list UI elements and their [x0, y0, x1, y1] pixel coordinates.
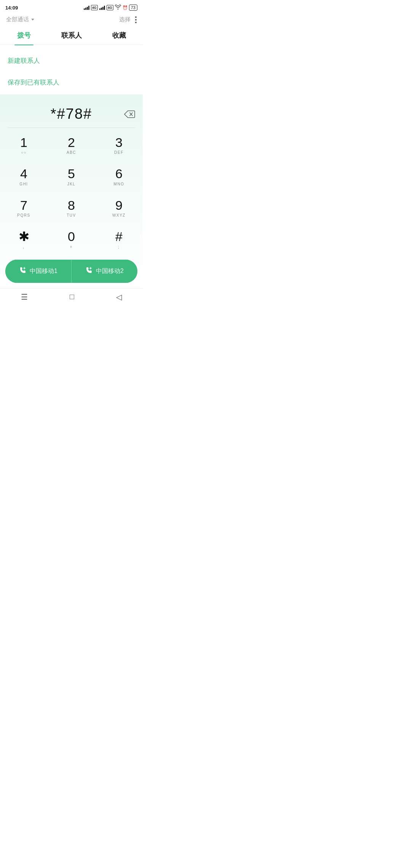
filter-label: 全部通话 [6, 16, 29, 23]
chevron-down-icon [31, 19, 34, 21]
dot1 [135, 16, 137, 18]
dot2 [135, 19, 137, 21]
key-4[interactable]: 4 GHI [0, 161, 48, 193]
dialpad-section: *#78# 1 ○○ 2 ABC 3 DEF 4 GHI [0, 94, 143, 283]
signal-bars-2 [99, 5, 105, 10]
key-7[interactable]: 7 PQRS [0, 193, 48, 224]
nav-menu-icon[interactable]: ☰ [21, 292, 28, 302]
key-0[interactable]: 0 + [48, 224, 95, 255]
more-menu-button[interactable] [135, 16, 137, 23]
tab-dialpad[interactable]: 拨号 [0, 26, 48, 45]
new-contact-button[interactable]: 新建联系人 [8, 53, 135, 69]
key-hash[interactable]: # ; [95, 224, 143, 255]
call-sim1-button[interactable]: 中国移动1 [5, 260, 72, 283]
key-2[interactable]: 2 ABC [48, 130, 95, 161]
key-9[interactable]: 9 WXYZ [95, 193, 143, 224]
filter-dropdown[interactable]: 全部通话 [6, 16, 34, 23]
nav-home-icon[interactable]: □ [70, 292, 74, 301]
key-star[interactable]: ✱ , [0, 224, 48, 255]
number-display: *#78# [0, 102, 143, 128]
key-1[interactable]: 1 ○○ [0, 130, 48, 161]
key-8[interactable]: 8 TUV [48, 193, 95, 224]
battery-indicator: 73 [129, 5, 137, 11]
call-sim2-icon [85, 266, 93, 276]
header-actions: 选择 [119, 16, 137, 23]
key-6[interactable]: 6 MNO [95, 161, 143, 193]
tabs: 拨号 联系人 收藏 [0, 26, 143, 45]
content-area: 新建联系人 保存到已有联系人 [0, 45, 143, 94]
lte-badge-2: 4G [107, 5, 113, 11]
backspace-button[interactable] [124, 110, 135, 118]
key-5[interactable]: 5 JKL [48, 161, 95, 193]
battery-container: ⏰ 73 [123, 5, 137, 11]
tab-contacts[interactable]: 联系人 [48, 26, 95, 45]
header-bar: 全部通话 选择 [0, 14, 143, 26]
select-button[interactable]: 选择 [119, 16, 131, 23]
alarm-icon: ⏰ [123, 5, 128, 10]
tab-favorites[interactable]: 收藏 [95, 26, 143, 45]
signal-bars-1 [84, 5, 89, 10]
keypad: 1 ○○ 2 ABC 3 DEF 4 GHI 5 JKL 6 MNO 7 PQR… [0, 130, 143, 256]
dialed-number: *#78# [8, 106, 135, 122]
nav-back-icon[interactable]: ◁ [116, 292, 122, 302]
number-divider [8, 128, 135, 128]
call-sim1-icon [19, 266, 27, 276]
call-button-row: 中国移动1 中国移动2 [5, 260, 137, 283]
call-sim2-button[interactable]: 中国移动2 [72, 260, 137, 283]
call-sim2-label: 中国移动2 [96, 267, 124, 275]
call-sim1-label: 中国移动1 [30, 267, 57, 275]
status-icons: 4G 4G ⏰ 73 [84, 5, 137, 11]
status-time: 14:09 [5, 5, 18, 11]
dot3 [135, 22, 137, 23]
nav-bar: ☰ □ ◁ [0, 288, 143, 307]
wifi-icon [115, 5, 121, 11]
lte-badge-1: 4G [91, 5, 98, 11]
key-3[interactable]: 3 DEF [95, 130, 143, 161]
status-bar: 14:09 4G 4G ⏰ 73 [0, 0, 143, 14]
save-contact-button[interactable]: 保存到已有联系人 [8, 74, 135, 91]
